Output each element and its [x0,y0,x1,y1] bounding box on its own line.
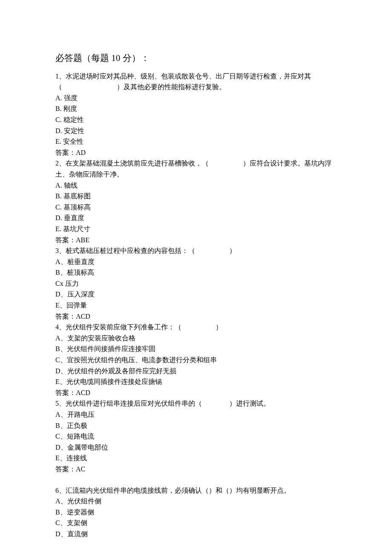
answer: 答案：ACD [55,387,337,398]
question-6: 6、汇流箱内光伏组件串的电缆接线前，必须确认（）和（）均有明显断开点。 A、光伏… [55,485,337,540]
option-c: C、支架侧 [55,517,337,529]
option-a: A. 强度 [55,93,337,104]
section-title: 必答题（每题 10 分）： [55,51,337,66]
option-d: D、直流侧 [55,529,337,540]
option-c: C. 稳定性 [55,114,337,125]
question-stem: 5、光伏组件进行组串连接后应对光伏组件串的（ ）进行测试。 [55,398,337,409]
answer: 答案：ABE [55,235,337,246]
option-a: A、支架的安装应验收合格 [55,333,337,344]
option-b: B、逆变器侧 [55,507,337,518]
question-4: 4、光伏组件安装前应做下列准备工作：（ ） A、支架的安装应验收合格 B、光伏组… [55,322,337,398]
option-d: D. 垂直度 [55,212,337,224]
option-b: B、正负极 [55,420,337,431]
question-stem: 3、桩式基础压桩过程中应检查的内容包括：（ ） [55,245,337,256]
option-a: A. 轴线 [55,180,337,191]
answer: 答案：AD [55,147,337,158]
option-a: A、开路电压 [55,409,337,420]
question-3: 3、桩式基础压桩过程中应检查的内容包括：（ ） A、桩垂直度 B、桩顶标高 Cx… [55,245,337,322]
question-stem: 4、光伏组件安装前应做下列准备工作：（ ） [55,322,337,333]
question-stem: 6、汇流箱内光伏组件串的电缆接线前，必须确认（）和（）均有明显断开点。 [55,485,337,496]
question-5: 5、光伏组件进行组串连接后应对光伏组件串的（ ）进行测试。 A、开路电压 B、正… [55,398,337,474]
option-d: D、金属带电部位 [55,442,337,453]
option-e: E. 基坑尺寸 [55,224,337,235]
option-d: D. 安定性 [55,125,337,137]
option-c: C、短路电流 [55,431,337,442]
question-stem: 1、水泥进场时应对其品种、级别、包装或散装仓号、出厂日期等进行检查，并应对其（ … [55,71,337,93]
option-e: E、连接线 [55,453,337,464]
answer: 答案：ACD [55,311,337,322]
question-1: 1、水泥进场时应对其品种、级别、包装或散装仓号、出厂日期等进行检查，并应对其（ … [55,71,337,158]
option-c: C. 基顶标高 [55,202,337,213]
option-b: B. 刚度 [55,103,337,114]
option-e: E、光伏电缆同插接件连接处应搪锡 [55,376,337,387]
option-b: B、光伏组件间接插件应连接牢固 [55,343,337,355]
option-e: E、回弹量 [55,300,337,311]
option-c: Cx 压力 [55,278,337,289]
option-e: E. 安全性 [55,136,337,147]
option-a: A、桩垂直度 [55,256,337,267]
answer: 答案：AC [55,464,337,475]
option-d: D、压入深度 [55,289,337,300]
option-b: B. 基底标图 [55,191,337,202]
option-d: D、光伏组件的外观及各部件应完好无损 [55,366,337,377]
option-b: B、桩顶标高 [55,267,337,278]
option-c: C、宜按照光伏组件的电压、电流参数进行分类和组串 [55,355,337,366]
question-2: 2、在支架基础混凝土浇筑前应先进行基槽验收，（ ）应符合设计要求。基坑内浮土、杂… [55,158,337,245]
option-a: A、光伏组件侧 [55,496,337,507]
question-stem: 2、在支架基础混凝土浇筑前应先进行基槽验收，（ ）应符合设计要求。基坑内浮土、杂… [55,158,337,180]
